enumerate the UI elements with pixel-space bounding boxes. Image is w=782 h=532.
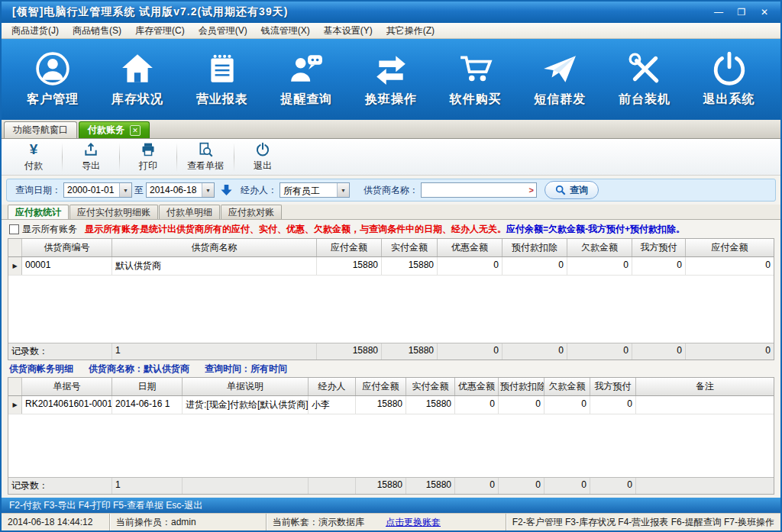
detail-section-title: 供货商帐务明细 — [9, 363, 73, 376]
tab-payment-accounts[interactable]: 付款账务 ✕ — [79, 121, 150, 138]
record-count-label: 记录数： — [8, 343, 112, 360]
print-label: 打印 — [139, 160, 157, 172]
prepay-deduct-total: 0 — [502, 343, 567, 360]
date-to-value: 2014-06-18 — [147, 183, 202, 197]
supplier-name-inputwrap: > — [421, 182, 537, 198]
nav-shift-operation[interactable]: 换班操作 — [353, 51, 429, 108]
table-row[interactable]: ▶ 00001 默认供货商 15880 15880 0 0 0 0 0 — [8, 257, 774, 276]
nav-label: 营业报表 — [196, 92, 248, 108]
supplier-code-cell: 00001 — [22, 257, 112, 275]
tab-function-nav[interactable]: 功能导航窗口 — [4, 121, 77, 138]
titlebar: [领智]电脑行业管理系统 试用版v7.2(试用期还有39天) — ❐ ✕ — [2, 2, 780, 23]
column-header: 欠款金额 — [567, 239, 632, 256]
status-account: 当前帐套：演示数据库 — [273, 516, 364, 529]
nav-software-purchase[interactable]: 软件购买 — [438, 51, 514, 108]
column-header: 实付金额 — [406, 378, 455, 395]
nav-reminder-query[interactable]: 提醒查询 — [268, 51, 344, 108]
empty-cell — [309, 478, 356, 494]
nav-business-report[interactable]: 营业报表 — [184, 51, 260, 108]
date-from-select[interactable]: 2000-01-01 ▼ — [63, 182, 132, 198]
reminder-icon — [289, 51, 324, 86]
debt-cell: 0 — [567, 257, 632, 275]
document-magnifier-icon — [198, 142, 213, 158]
payable-cell: 15880 — [317, 257, 382, 275]
column-header: 应付金额 — [317, 239, 382, 256]
subtab-payable-reconcile[interactable]: 应付款对账 — [221, 205, 282, 219]
status-account-segment: 当前帐套：演示数据库 点击更换账套 — [267, 514, 506, 530]
menu-item-members[interactable]: 会员管理(V) — [192, 23, 254, 39]
view-receipt-label: 查看单据 — [187, 160, 224, 172]
column-header: 优惠金额 — [438, 239, 502, 256]
action-toolbar: ¥ 付款 导出 打印 查看单据 — [2, 139, 780, 176]
power-icon — [712, 51, 747, 86]
subtab-payable-summary[interactable]: 应付款统计 — [8, 205, 69, 219]
hotkeys-bar: F2-付款 F3-导出 F4-打印 F5-查看单据 Esc-退出 — [2, 498, 780, 513]
paid-total: 15880 — [406, 478, 455, 494]
query-button[interactable]: 查询 — [544, 181, 599, 199]
our-prepay-cell: 0 — [590, 396, 636, 414]
tab-label: 功能导航窗口 — [13, 124, 68, 137]
view-receipt-button[interactable]: 查看单据 — [179, 140, 231, 174]
print-button[interactable]: 打印 — [122, 140, 174, 174]
printer-icon — [141, 142, 156, 158]
query-bar: 查询日期： 2000-01-01 ▼ 至 2014-06-18 ▼ 经办人： 所… — [6, 179, 776, 202]
menu-item-settings[interactable]: 基本设置(Y) — [317, 23, 380, 39]
summary-table-header: 供货商编号 供货商名称 应付金额 实付金额 优惠金额 预付款扣除 欠款金额 我方… — [8, 239, 774, 257]
export-button[interactable]: 导出 — [65, 140, 117, 174]
report-icon — [205, 51, 240, 86]
supplier-name-input[interactable] — [422, 185, 536, 195]
tab-close-icon[interactable]: ✕ — [130, 125, 141, 136]
close-button[interactable]: ✕ — [755, 5, 774, 19]
menu-item-sales[interactable]: 商品销售(S) — [66, 23, 128, 39]
column-header: 我方预付 — [590, 378, 636, 395]
detail-section-supplier: 供货商名称：默认供货商 — [89, 363, 189, 376]
payment-accounts-panel: ¥ 付款 导出 打印 查看单据 — [2, 139, 780, 513]
minimize-button[interactable]: — — [709, 5, 729, 19]
debt-cell: 0 — [544, 396, 590, 414]
operator-select[interactable]: 所有员工 ▼ — [280, 182, 350, 198]
pay-button[interactable]: ¥ 付款 — [8, 140, 60, 174]
tab-label: 付款账务 — [88, 124, 124, 137]
nav-label: 前台装机 — [619, 92, 671, 108]
exit-button[interactable]: 退出 — [237, 140, 289, 174]
nav-label: 软件购买 — [450, 92, 502, 108]
blue-down-arrow-icon[interactable] — [221, 184, 232, 196]
remark-cell — [636, 396, 774, 414]
prepay-deduct-total: 0 — [499, 478, 544, 494]
nav-exit-system[interactable]: 退出系统 — [691, 51, 767, 108]
table-row[interactable]: ▶ RK2014061601-0001 2014-06-16 1 进货:[现金]… — [8, 396, 774, 414]
pay-label: 付款 — [24, 160, 43, 172]
nav-front-desk-install[interactable]: 前台装机 — [606, 51, 683, 108]
column-header: 实付金额 — [382, 239, 438, 256]
supplier-picker-icon[interactable]: > — [529, 185, 534, 195]
empty-cell — [183, 478, 309, 494]
show-all-accounts-checkbox[interactable] — [9, 224, 19, 234]
row-marker-header — [8, 378, 22, 395]
operator-cell: 小李 — [309, 396, 356, 414]
toolbar-separator — [119, 143, 120, 172]
discount-total: 0 — [455, 478, 499, 494]
subtab-payable-paid-detail[interactable]: 应付实付款明细账 — [69, 205, 158, 219]
nav-sms-broadcast[interactable]: 短信群发 — [522, 51, 598, 108]
menu-item-other[interactable]: 其它操作(Z) — [380, 23, 441, 39]
paid-total: 15880 — [382, 343, 438, 360]
exit-power-icon — [255, 142, 270, 158]
menu-item-cashflow[interactable]: 钱流管理(X) — [254, 23, 317, 39]
toolbar-separator — [234, 143, 234, 172]
subtab-payment-doc-detail[interactable]: 付款单明细 — [159, 205, 220, 219]
nav-customer-management[interactable]: 客户管理 — [15, 51, 91, 108]
date-to-select[interactable]: 2014-06-18 ▼ — [146, 182, 215, 198]
dropdown-arrow-icon[interactable]: ▼ — [119, 183, 131, 197]
menu-item-purchase[interactable]: 商品进货(J) — [5, 23, 66, 39]
dropdown-arrow-icon[interactable]: ▼ — [202, 183, 214, 197]
our-prepay-cell: 0 — [632, 257, 686, 275]
switch-account-link[interactable]: 点击更换账套 — [386, 516, 441, 529]
column-header: 应付金额 — [356, 378, 406, 395]
menu-item-inventory[interactable]: 库存管理(C) — [128, 23, 192, 39]
debt-total: 0 — [544, 478, 590, 494]
nav-inventory-status[interactable]: 库存状况 — [99, 51, 176, 108]
maximize-button[interactable]: ❐ — [732, 5, 751, 19]
column-header: 供货商名称 — [112, 239, 317, 256]
sub-tabbar: 应付款统计 应付实付款明细账 付款单明细 应付款对账 — [2, 205, 780, 220]
dropdown-arrow-icon[interactable]: ▼ — [337, 183, 349, 197]
